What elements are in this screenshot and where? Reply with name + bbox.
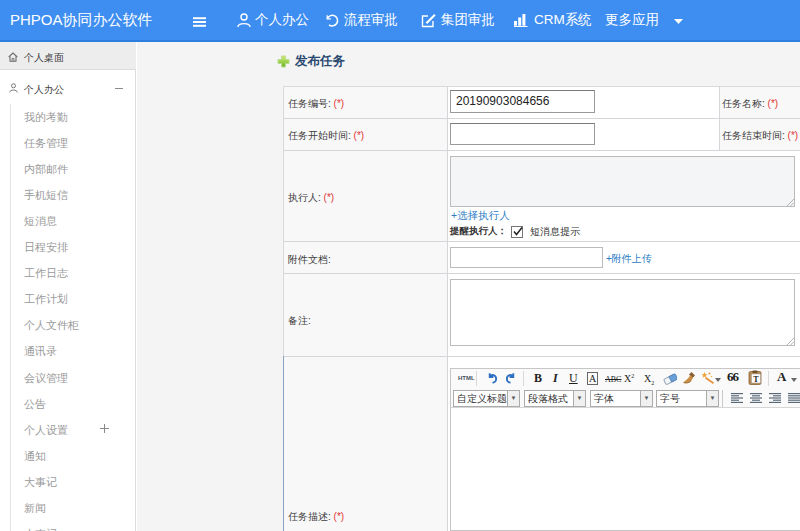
svg-text:T: T bbox=[753, 375, 759, 384]
